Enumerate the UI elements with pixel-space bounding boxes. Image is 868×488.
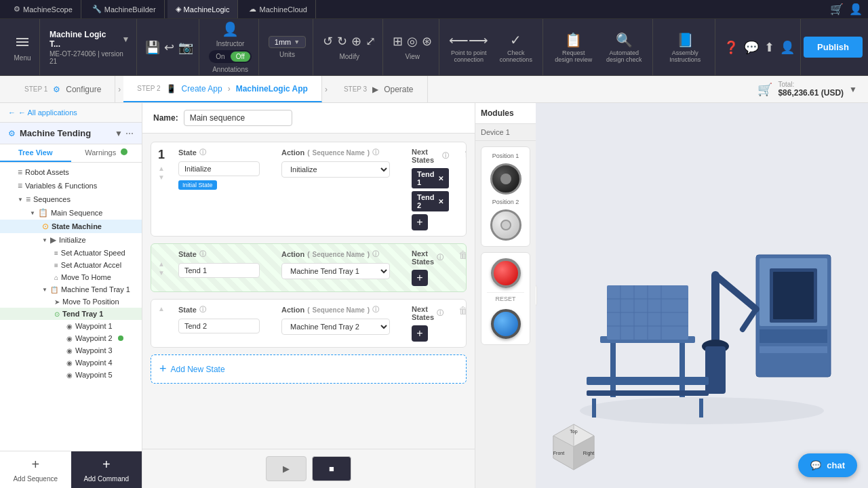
delete-state2-btn[interactable]: 🗑	[456, 247, 467, 263]
tree-item-move-position[interactable]: ➤ Move To Position	[0, 296, 142, 308]
check-connections-btn[interactable]: ✓ Check connections	[496, 32, 535, 63]
add-next-state-1-btn[interactable]: +	[412, 214, 428, 230]
tree-item-machine-tend[interactable]: ▼ 📋 Machine Tend Tray 1	[0, 283, 142, 296]
blue-control-btn[interactable]	[491, 309, 521, 339]
design-review-btn[interactable]: 📋 Request design review	[553, 32, 595, 63]
step-operate[interactable]: STEP 3 ▶ Operate	[330, 76, 428, 102]
tree-item-set-accel[interactable]: ≡ Set Actuator Accel	[0, 259, 142, 271]
state1-action-select[interactable]: Initialize	[281, 161, 390, 178]
undo-modify-icon[interactable]: ↺	[323, 34, 333, 49]
cart-icon-steps[interactable]: 🛒	[757, 82, 772, 97]
tab-machinecloud[interactable]: ☁ MachineCloud	[241, 0, 315, 18]
delete-state3-btn[interactable]: 🗑	[456, 302, 467, 319]
tree-item-waypoint4[interactable]: ◉ Waypoint 4	[0, 357, 142, 369]
state1-state-input[interactable]	[178, 161, 260, 176]
tree-item-set-speed[interactable]: ≡ Set Actuator Speed	[0, 247, 142, 259]
tree-item-waypoint1[interactable]: ◉ Waypoint 1	[0, 320, 142, 332]
assembly-btn[interactable]: 📘 Assembly Instructions	[663, 32, 709, 63]
camera-icon[interactable]: 📷	[178, 40, 193, 55]
all-apps-button[interactable]: ← ← All applications	[8, 108, 134, 117]
chevron-down-total[interactable]: ▼	[849, 85, 857, 94]
more-options-icon[interactable]: ⋯	[125, 129, 134, 138]
state2-action-select[interactable]: Machine Tend Tray 1	[281, 263, 390, 279]
chevron-down-icon[interactable]: ▼	[121, 35, 130, 44]
state3-up-btn[interactable]: ▲	[158, 305, 165, 312]
point-to-point-btn[interactable]: ⟵⟶ Point to point connection	[449, 32, 488, 63]
step1-num: STEP 1	[24, 85, 47, 93]
redo-modify-icon[interactable]: ↻	[337, 34, 347, 49]
chat-button[interactable]: 💬 chat	[798, 453, 857, 477]
publish-button[interactable]: Publish	[804, 37, 863, 58]
instructor-toggle[interactable]: On Off	[209, 50, 252, 63]
menu-button[interactable]	[11, 33, 34, 52]
add-next-state-2-btn[interactable]: +	[412, 270, 428, 286]
step-configure[interactable]: STEP 1 ⚙ Configure	[11, 76, 115, 102]
position2-btn[interactable]	[490, 209, 521, 241]
transform-icon[interactable]: ⊕	[351, 34, 361, 49]
state1-down-btn[interactable]: ▼	[158, 174, 165, 181]
step-create-app[interactable]: STEP 2 📱 Create App › MachineLogic App	[123, 76, 322, 102]
cart-icon[interactable]: 🛒	[830, 3, 844, 16]
toggle-off[interactable]: Off	[231, 52, 250, 62]
tree-item-variables[interactable]: ≡ Variables & Functions	[0, 179, 142, 192]
add-state-icon: +	[159, 362, 167, 376]
tree-item-initialize[interactable]: ▼ ▶ Initialize	[0, 233, 142, 247]
machinelogic-icon: ◈	[176, 5, 181, 14]
tree-item-waypoint3[interactable]: ◉ Waypoint 3	[0, 344, 142, 357]
stop-button[interactable]: ■	[312, 456, 351, 481]
add-sequence-button[interactable]: + Add Sequence	[0, 451, 71, 488]
user-icon[interactable]: 👤	[849, 3, 863, 16]
state3-action-info: ⓘ	[372, 305, 379, 314]
ns-tag-tend1-x[interactable]: ✕	[438, 175, 443, 182]
chevron-down-sidebar[interactable]: ▼	[115, 129, 123, 138]
add-new-state-button[interactable]: + Add New State	[151, 354, 467, 384]
device-header: Device 1	[475, 124, 536, 141]
view-icon2[interactable]: ◎	[407, 34, 418, 49]
state1-up-btn[interactable]: ▲	[158, 165, 165, 172]
scale-icon[interactable]: ⤢	[366, 34, 376, 49]
add-next-state-3-btn[interactable]: +	[412, 325, 428, 342]
state2-down-btn[interactable]: ▼	[158, 269, 165, 277]
tree-item-waypoint2[interactable]: ◉ Waypoint 2	[0, 332, 142, 344]
state3-action-select[interactable]: Machine Tend Tray 2	[281, 319, 390, 335]
name-input[interactable]	[184, 110, 292, 126]
ns-tag-tend2-x[interactable]: ✕	[438, 198, 443, 205]
tree-item-robot-assets[interactable]: ≡ Robot Assets	[0, 165, 142, 179]
tree-item-state-machine[interactable]: ⊙ State Machine	[0, 220, 142, 233]
auto-check-btn[interactable]: 🔍 Automated design check	[603, 32, 645, 63]
toggle-on[interactable]: On	[210, 52, 230, 62]
state2-up-btn[interactable]: ▲	[158, 260, 165, 268]
state2-state-input[interactable]	[178, 263, 260, 278]
tab-machinelogic[interactable]: ◈ MachineLogic	[167, 0, 239, 18]
tab-machinebuilder[interactable]: 🔧 MachineBuilder	[84, 0, 165, 18]
state2-nextstates-label: Next States	[412, 249, 434, 266]
tree-item-sequences[interactable]: ▼ ≡ Sequences	[0, 192, 142, 206]
help-icon[interactable]: ❓	[724, 40, 738, 55]
share-icon[interactable]: ⬆	[764, 40, 774, 55]
play-button[interactable]: ▶	[266, 456, 307, 481]
instructor-icon: 👤	[222, 21, 239, 37]
collapse-panel-btn[interactable]: ‹	[536, 285, 537, 306]
tree-item-main-sequence[interactable]: ▼ 📋 Main Sequence	[0, 206, 142, 220]
unit-selector[interactable]: 1mm ▼	[269, 36, 306, 48]
undo-icon[interactable]: ↩	[164, 40, 174, 55]
tree-item-waypoint5[interactable]: ◉ Waypoint 5	[0, 369, 142, 381]
breadcrumb-arrow2: ›	[322, 85, 330, 94]
tab-warnings[interactable]: Warnings	[71, 144, 142, 162]
account-icon[interactable]: 👤	[780, 40, 795, 55]
tab-tree-view[interactable]: Tree View	[0, 144, 71, 162]
chat-toolbar-icon[interactable]: 💬	[744, 40, 759, 55]
set-speed-icon: ≡	[54, 249, 58, 257]
save-icon[interactable]: 💾	[145, 40, 160, 55]
position1-btn[interactable]	[490, 163, 521, 195]
view-icon3[interactable]: ⊛	[422, 34, 432, 49]
tab-machinescope[interactable]: ⚙ MachineScope	[5, 0, 81, 18]
state3-state-input[interactable]	[178, 319, 260, 333]
delete-state1-btn[interactable]: 🗑	[461, 145, 467, 161]
red-control-btn[interactable]	[491, 258, 521, 288]
total-label: Total:	[778, 81, 844, 88]
view-icon1[interactable]: ⊞	[393, 34, 403, 49]
add-command-button[interactable]: + Add Command	[71, 451, 142, 488]
tree-item-tend-tray[interactable]: ⊙ Tend Tray 1	[0, 308, 142, 320]
tree-item-move-home[interactable]: ⌂ Move To Home	[0, 271, 142, 283]
